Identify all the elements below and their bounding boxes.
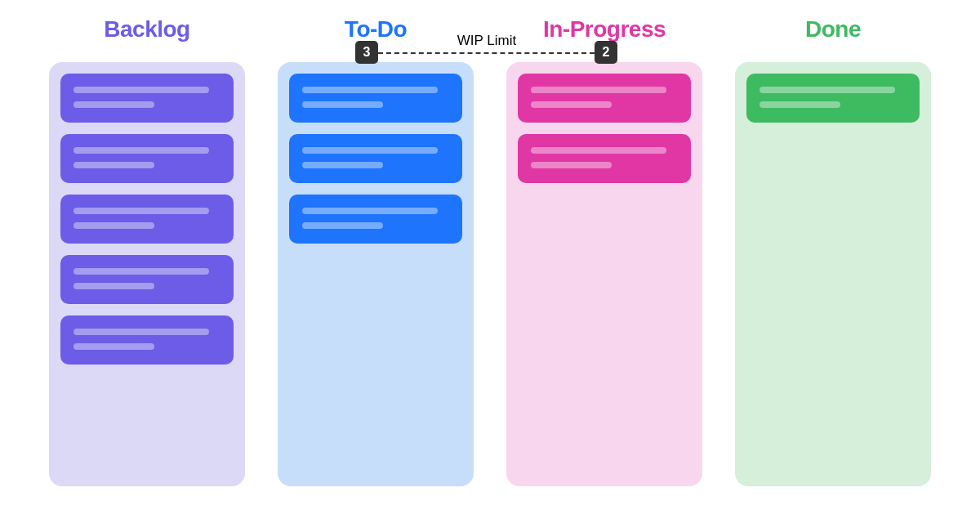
- card-line-placeholder: [302, 162, 383, 168]
- kanban-board: 3 WIP Limit 2 Backlog: [0, 0, 980, 519]
- column-in-progress: In-Progress: [506, 16, 702, 486]
- card-line-placeholder: [74, 101, 154, 108]
- kanban-card[interactable]: [60, 74, 234, 123]
- kanban-card[interactable]: [289, 134, 462, 183]
- kanban-card[interactable]: [60, 134, 234, 183]
- card-line-placeholder: [74, 87, 209, 93]
- card-line-placeholder: [302, 147, 438, 154]
- card-line-placeholder: [531, 147, 666, 154]
- card-line-placeholder: [74, 222, 154, 229]
- card-line-placeholder: [760, 101, 840, 108]
- card-line-placeholder: [302, 101, 383, 108]
- column-title: In-Progress: [506, 16, 702, 43]
- kanban-card[interactable]: [60, 255, 234, 304]
- column-todo: To-Do: [278, 16, 474, 486]
- kanban-card[interactable]: [518, 134, 691, 183]
- column-body[interactable]: [735, 62, 931, 486]
- column-body[interactable]: [278, 62, 474, 486]
- column-body[interactable]: [506, 62, 702, 486]
- kanban-card[interactable]: [746, 74, 920, 123]
- column-title: Done: [735, 16, 931, 43]
- card-line-placeholder: [531, 101, 612, 108]
- card-line-placeholder: [302, 222, 383, 229]
- card-line-placeholder: [302, 87, 438, 93]
- card-line-placeholder: [74, 208, 209, 214]
- kanban-card[interactable]: [60, 315, 234, 365]
- card-line-placeholder: [531, 87, 666, 93]
- column-title: Backlog: [49, 16, 245, 43]
- card-line-placeholder: [74, 283, 154, 289]
- card-line-placeholder: [760, 87, 895, 93]
- kanban-card[interactable]: [289, 195, 462, 244]
- card-line-placeholder: [74, 162, 154, 168]
- card-line-placeholder: [74, 147, 209, 154]
- card-line-placeholder: [531, 162, 612, 168]
- column-title: To-Do: [278, 16, 474, 43]
- card-line-placeholder: [74, 268, 209, 275]
- column-body[interactable]: [49, 62, 245, 486]
- kanban-card[interactable]: [289, 74, 462, 123]
- kanban-card[interactable]: [60, 195, 234, 244]
- column-done: Done: [735, 16, 931, 486]
- column-backlog: Backlog: [49, 16, 245, 486]
- kanban-card[interactable]: [518, 74, 691, 123]
- card-line-placeholder: [74, 343, 154, 350]
- card-line-placeholder: [302, 208, 438, 214]
- card-line-placeholder: [74, 329, 209, 335]
